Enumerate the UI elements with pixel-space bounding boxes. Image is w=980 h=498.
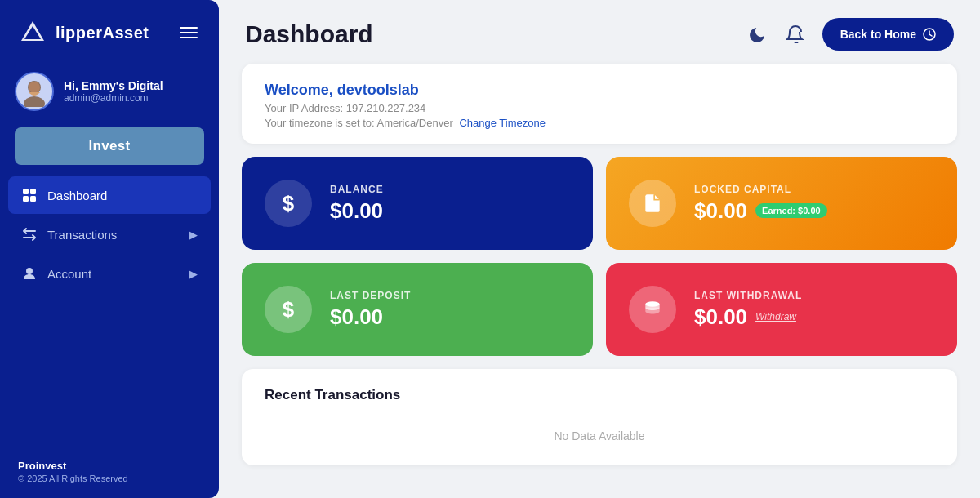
stat-card-last-withdrawal: LAST WITHDRAWAL $0.00 Withdraw xyxy=(606,263,957,356)
no-data-label: No Data Available xyxy=(265,418,934,447)
main-content: Dashboard Back to Home xyxy=(219,0,980,498)
transactions-arrow: ▶ xyxy=(189,229,198,241)
svg-rect-8 xyxy=(30,196,36,202)
last-withdrawal-value: $0.00 xyxy=(694,305,747,330)
stats-grid: $ BALANCE $0.00 LOCKED xyxy=(242,157,957,356)
hamburger-menu[interactable] xyxy=(176,24,201,42)
withdraw-link[interactable]: Withdraw xyxy=(755,311,796,322)
svg-point-4 xyxy=(29,82,40,93)
balance-icon-circle: $ xyxy=(265,180,312,227)
back-home-button[interactable]: Back to Home xyxy=(822,18,954,51)
balance-label: BALANCE xyxy=(330,184,384,195)
topbar-right: Back to Home xyxy=(744,18,954,51)
sidebar-item-transactions[interactable]: Transactions ▶ xyxy=(8,216,211,253)
logo-icon xyxy=(18,18,47,47)
welcome-ip: Your IP Address: 197.210.227.234 xyxy=(265,102,934,114)
last-withdrawal-label: LAST WITHDRAWAL xyxy=(694,290,802,301)
back-home-label: Back to Home xyxy=(840,28,916,41)
earned-badge: Earned: $0.00 xyxy=(755,203,827,218)
last-withdrawal-info: LAST WITHDRAWAL $0.00 Withdraw xyxy=(694,290,802,330)
invest-button[interactable]: Invest xyxy=(15,127,204,165)
content-area: Welcome, devtoolslab Your IP Address: 19… xyxy=(219,64,980,488)
logo-text: lipperAsset xyxy=(56,24,149,42)
account-icon xyxy=(21,265,38,282)
dashboard-icon xyxy=(21,187,38,203)
stat-card-locked-capital: LOCKED CAPITAL $0.00 Earned: $0.00 xyxy=(606,157,957,250)
welcome-timezone: Your timezone is set to: America/Denver … xyxy=(265,117,934,129)
stat-card-last-deposit: $ LAST DEPOSIT $0.00 xyxy=(242,263,593,356)
locked-capital-icon-circle xyxy=(629,180,676,227)
profile-info: Hi, Emmy's Digital admin@admin.com xyxy=(64,79,163,104)
last-deposit-icon-circle: $ xyxy=(265,286,312,333)
last-deposit-value: $0.00 xyxy=(330,305,383,330)
profile-area: Hi, Emmy's Digital admin@admin.com xyxy=(0,62,219,124)
sidebar-item-transactions-label: Transactions xyxy=(47,228,117,242)
balance-value: $0.00 xyxy=(330,198,383,224)
stat-card-balance: $ BALANCE $0.00 xyxy=(242,157,593,250)
sidebar: lipperAsset Hi, Emmy's Digital admin@adm… xyxy=(0,0,219,498)
sidebar-item-dashboard[interactable]: Dashboard xyxy=(8,176,211,214)
footer-copyright: © 2025 All Rights Reserved xyxy=(18,474,128,483)
recent-transactions-card: Recent Transactions No Data Available xyxy=(242,369,957,465)
locked-capital-info: LOCKED CAPITAL $0.00 Earned: $0.00 xyxy=(694,184,827,224)
last-withdrawal-icon-circle xyxy=(629,286,676,333)
logo-area: lipperAsset xyxy=(18,18,149,47)
svg-rect-6 xyxy=(30,189,36,194)
footer-brand: Proinvest xyxy=(18,460,128,472)
svg-rect-5 xyxy=(23,189,29,194)
balance-info: BALANCE $0.00 xyxy=(330,184,384,224)
sidebar-item-account-label: Account xyxy=(47,267,91,281)
svg-point-9 xyxy=(26,268,33,274)
profile-email: admin@admin.com xyxy=(64,92,163,104)
topbar: Dashboard Back to Home xyxy=(219,0,980,64)
sidebar-footer: Proinvest © 2025 All Rights Reserved xyxy=(18,460,128,483)
profile-greeting: Hi, Emmy's Digital xyxy=(64,79,163,92)
sidebar-item-dashboard-label: Dashboard xyxy=(47,189,107,202)
locked-capital-value: $0.00 xyxy=(694,198,747,224)
svg-point-3 xyxy=(24,96,45,107)
notifications-button[interactable] xyxy=(783,22,808,47)
recent-transactions-title: Recent Transactions xyxy=(265,387,934,403)
sidebar-header: lipperAsset xyxy=(0,0,219,62)
account-arrow: ▶ xyxy=(189,268,198,280)
svg-rect-7 xyxy=(23,196,29,202)
locked-capital-label: LOCKED CAPITAL xyxy=(694,184,827,195)
sidebar-item-account[interactable]: Account ▶ xyxy=(8,255,211,292)
avatar xyxy=(15,72,54,111)
nav-list: Dashboard Transactions ▶ xyxy=(0,176,219,294)
welcome-username: Welcome, devtoolslab xyxy=(265,82,934,99)
profile-name: Emmy's Digital xyxy=(82,79,163,92)
last-deposit-info: LAST DEPOSIT $0.00 xyxy=(330,290,411,330)
welcome-card: Welcome, devtoolslab Your IP Address: 19… xyxy=(242,64,957,144)
change-timezone-link[interactable]: Change Timezone xyxy=(459,117,546,129)
page-title: Dashboard xyxy=(245,20,373,48)
transactions-icon xyxy=(21,226,38,242)
last-deposit-label: LAST DEPOSIT xyxy=(330,290,411,301)
dark-mode-button[interactable] xyxy=(744,22,768,47)
